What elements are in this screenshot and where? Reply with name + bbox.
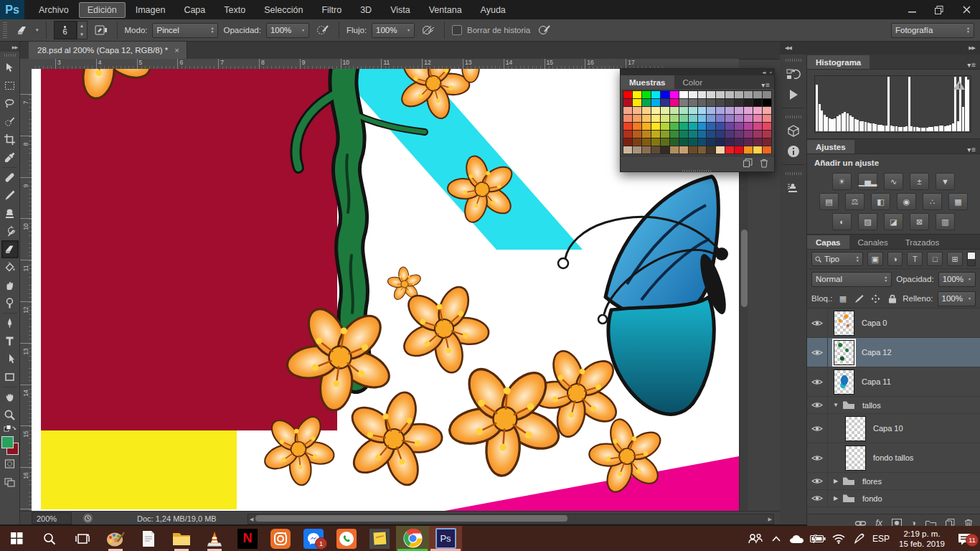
filter-toggle[interactable] [967,252,976,266]
swatch[interactable] [763,115,771,122]
swatch[interactable] [623,131,632,138]
swatch[interactable] [642,99,651,106]
swatch[interactable] [651,91,660,98]
swatch[interactable] [698,138,707,146]
swatch[interactable] [623,146,632,154]
levels-icon[interactable]: ▁▅▂ [858,173,877,190]
dodge-tool[interactable] [1,294,19,312]
swatch[interactable] [753,115,762,122]
swatch[interactable] [744,138,753,146]
swatch[interactable] [689,138,697,146]
menu-item[interactable]: Ayuda [472,2,514,18]
color-balance-icon[interactable]: ⚖ [845,193,864,210]
swatch[interactable] [744,99,753,106]
taskbar-notepad[interactable] [132,526,165,551]
swatch[interactable] [679,131,688,138]
swatch[interactable] [707,107,715,114]
hidden-icons-chevron[interactable] [768,536,784,542]
swatch[interactable] [753,99,762,106]
tool-presets-panel-icon[interactable] [783,178,804,198]
crop-tool[interactable] [1,131,19,149]
actions-panel-icon[interactable] [783,85,804,105]
zoom-level-field[interactable]: 200% [32,512,72,524]
swatch[interactable] [642,146,651,154]
swatch[interactable] [661,138,669,146]
visibility-toggle[interactable] [807,309,828,337]
brush-size-spinner[interactable]: ▲▼ [77,21,88,39]
swatch[interactable] [763,146,771,154]
layer-opacity-select[interactable]: 100% ▼ [938,272,976,287]
options-grip[interactable] [3,22,7,38]
screen-mode-button[interactable] [1,473,19,491]
swatch[interactable] [698,99,707,106]
swatch[interactable] [661,99,669,106]
swatch[interactable] [735,138,743,146]
layer-row[interactable]: fondo tallos [807,443,980,473]
swatch[interactable] [661,107,669,114]
swatch[interactable] [716,91,725,98]
swatch[interactable] [633,123,641,130]
tab-close-icon[interactable]: × [174,46,179,55]
swatch[interactable] [661,146,669,154]
swatch[interactable] [679,107,688,114]
swatches-tab[interactable]: Muestras [621,75,674,89]
brush-panel-toggle-icon[interactable] [93,22,110,38]
swatch[interactable] [670,91,679,98]
swatch[interactable] [725,99,734,106]
swatches-panel-header[interactable]: ◂◂ × [621,69,774,75]
menu-item[interactable]: Edición [79,2,126,18]
swatch[interactable] [679,146,688,154]
swatch[interactable] [707,115,715,122]
visibility-toggle[interactable] [807,338,828,367]
swatch[interactable] [707,91,715,98]
collapse-dock-right-icon[interactable]: ▶▶ [969,45,975,51]
eraser-tool-icon[interactable] [14,22,31,38]
taskbar-instagram[interactable] [264,526,297,551]
swatch[interactable] [623,99,632,106]
menu-item[interactable]: 3D [352,2,380,18]
lock-pixels-icon[interactable] [853,293,865,304]
black-white-icon[interactable]: ◧ [871,193,890,210]
layer-row[interactable]: tallos [807,397,980,414]
adjustments-panel-menu-icon[interactable]: ▾≡ [967,146,980,154]
selective-color-icon[interactable]: ⊠ [910,213,929,230]
color-lookup-icon[interactable]: ▦ [948,193,968,210]
layer-thumbnail[interactable] [834,340,854,365]
quick-mask-button[interactable] [1,455,19,473]
taskbar-photoshop[interactable]: Ps [429,526,462,551]
swatch[interactable] [670,123,679,130]
swatch[interactable] [716,107,725,114]
tab-histograma[interactable]: Histograma [807,55,870,69]
swatch[interactable] [642,123,651,130]
invert-icon[interactable]: ◐ [832,213,852,230]
new-swatch-button[interactable] [743,159,753,167]
swatch[interactable] [623,115,632,122]
battery-icon[interactable] [810,534,826,543]
swatch[interactable] [707,138,715,146]
taskbar-sticky-notes[interactable] [363,526,396,551]
swatch[interactable] [642,131,651,138]
gradient-map-icon[interactable]: ▥ [936,213,955,230]
brush-size-control[interactable]: 6 ▲▼ [54,21,88,39]
people-icon[interactable] [748,533,763,545]
threshold-icon[interactable]: ◪ [884,213,903,230]
menu-item[interactable]: Capa [175,2,214,18]
foreground-color-swatch[interactable] [1,436,14,448]
swatch[interactable] [763,107,771,114]
swatch[interactable] [735,123,743,130]
start-button[interactable] [0,526,33,551]
brush-size-value[interactable]: 6 [54,21,77,39]
layer-row[interactable]: Capa 10 [807,414,980,443]
layer-fill-select[interactable]: 100% ▼ [938,291,976,306]
horizontal-scrollbar-thumb[interactable] [255,515,567,522]
swatch[interactable] [698,107,707,114]
type-tool[interactable] [1,332,19,350]
vertical-scrollbar-thumb[interactable] [741,230,748,307]
close-button[interactable] [953,0,980,19]
swatch[interactable] [735,91,743,98]
visibility-toggle[interactable] [807,414,828,443]
swatch[interactable] [744,115,753,122]
collapse-dock-left-icon[interactable]: ◀◀ [785,45,791,51]
swatch[interactable] [689,107,697,114]
swatch[interactable] [642,107,651,114]
